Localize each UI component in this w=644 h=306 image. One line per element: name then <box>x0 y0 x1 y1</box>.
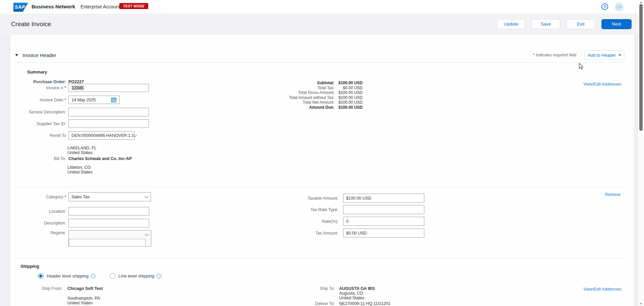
description-input[interactable] <box>68 219 149 227</box>
next-button[interactable]: Next <box>601 19 632 29</box>
total-row: Subtotal:$100.00 USD <box>225 81 363 86</box>
tax-category-value: Sales Tax <box>71 195 90 199</box>
bill-to-city: Littleton, CO <box>67 165 93 170</box>
invoice-date-label: Invoice Date:* <box>15 98 66 102</box>
service-description-label: Service Description: <box>15 110 66 114</box>
tax-rate-type-label: Tax Rate Type: <box>285 207 338 212</box>
line-level-shipping-radio[interactable] <box>110 273 115 279</box>
remit-to-address: LAKELAND, FL United States <box>67 146 97 155</box>
remit-to-value: GEN:0000004895:HANOVER:1:1 <box>71 133 134 138</box>
view-edit-addresses-link[interactable]: View/Edit Addresses <box>583 82 622 87</box>
bill-to-label: Bill To: <box>15 156 66 161</box>
purchase-order-label: Purchase Order: <box>15 80 66 84</box>
ship-from-address: Southampton, PA United States <box>67 296 100 305</box>
product-name[interactable]: Business Network <box>32 4 75 9</box>
tax-rate-type-input[interactable] <box>343 205 424 214</box>
ship-from-label: Ship From: <box>15 286 62 291</box>
required-asterisk: * <box>64 195 66 199</box>
scroll-down-icon[interactable]: ▼ <box>638 302 644 305</box>
header-level-shipping-label[interactable]: Header level shipping <box>47 273 89 278</box>
total-row: Amount Due:$100.00 USD <box>225 105 363 110</box>
line-level-shipping-label[interactable]: Line level shipping <box>118 273 154 278</box>
header-level-shipping-radio[interactable] <box>38 273 44 279</box>
sap-logo: SAP <box>13 3 28 12</box>
taxable-amount-text: $100.00 USD <box>346 196 371 201</box>
help-icon[interactable]: ? <box>601 3 608 10</box>
total-tax-label: Total Tax: <box>225 86 334 90</box>
remove-tax-link[interactable]: Remove <box>605 192 621 197</box>
total-gross-value: $100.00 USD <box>336 90 363 95</box>
ship-to-address: Augusta, CO United States <box>339 291 364 300</box>
avatar[interactable]: CR <box>615 3 624 11</box>
total-row: Total Tax:$0.00 USD <box>225 86 363 91</box>
total-without-tax-label: Total Amount without Tax: <box>225 95 334 100</box>
add-to-header-button[interactable]: Add to Header <box>584 50 625 60</box>
ship-to-name: AUGUSTA GA IBS <box>339 286 375 291</box>
remit-to-country: United States <box>67 151 97 155</box>
invoice-date-input[interactable]: 14 May 2025 <box>68 96 119 104</box>
info-icon[interactable]: i <box>91 274 96 278</box>
service-description-input[interactable] <box>68 108 149 116</box>
invoice-form-card: Invoice Header * Indicates required fiel… <box>10 35 634 306</box>
tax-amount-text: $0.00 USD <box>346 231 367 236</box>
test-mode-badge: TEST MODE <box>119 3 148 9</box>
tax-category-select[interactable]: Sales Tax <box>68 192 151 201</box>
ship-from-country: United States <box>67 301 100 306</box>
regime-filter-input[interactable] <box>69 239 146 247</box>
supplier-tax-id-label: Supplier Tax ID: <box>15 121 66 126</box>
invoice-number-input[interactable]: 12345 <box>68 84 149 92</box>
deliver-to-label: Deliver To: <box>285 301 335 306</box>
total-row: Total Amount without Tax:$100.00 USD <box>225 95 363 100</box>
bill-to-country: United States <box>67 170 93 175</box>
total-net-value: $100.00 USD <box>336 100 363 105</box>
ship-from-name: Chicago Soft Test <box>67 286 103 291</box>
total-row: Total Gross Amount:$100.00 USD <box>225 90 363 95</box>
shipping-title: Shipping <box>20 264 39 269</box>
required-note-text: Indicates required field <box>536 53 576 57</box>
chevron-down-icon[interactable] <box>70 6 72 8</box>
remit-to-city: LAKELAND, FL <box>67 146 97 151</box>
summary-title: Summary <box>27 69 47 74</box>
bill-to-address: Littleton, CO United States <box>67 165 93 174</box>
scrollbar-thumb[interactable] <box>639 4 643 131</box>
update-button[interactable]: Update <box>497 19 525 29</box>
divider <box>15 62 625 63</box>
calendar-icon[interactable] <box>111 97 116 102</box>
purchase-order-value: PO2227 <box>68 80 84 84</box>
info-icon[interactable]: i <box>157 274 161 278</box>
location-input[interactable] <box>68 207 149 216</box>
collapse-triangle-icon[interactable] <box>15 54 18 56</box>
invoice-date-text: 14 May 2025 <box>71 98 96 102</box>
chevron-down-icon <box>145 194 148 198</box>
total-gross-label: Total Gross Amount: <box>225 90 334 95</box>
rate-input[interactable]: 0 <box>343 217 424 226</box>
regime-select[interactable] <box>69 231 151 239</box>
remit-to-select[interactable]: GEN:0000004895:HANOVER:1:1 <box>68 131 135 140</box>
save-button[interactable]: Save <box>532 19 560 29</box>
regime-combo <box>68 230 151 247</box>
exit-button[interactable]: Exit <box>567 19 595 29</box>
ship-to-country: United States <box>339 296 364 301</box>
vertical-scrollbar[interactable]: ▲ ▼ <box>638 0 644 306</box>
total-net-label: Total Net Amount: <box>225 100 334 105</box>
supplier-tax-id-input[interactable] <box>68 119 149 128</box>
amount-due-value: $100.00 USD <box>336 105 363 110</box>
view-edit-addresses-link[interactable]: View/Edit Addresses <box>583 287 622 292</box>
page-title: Create Invoice <box>11 20 51 28</box>
total-row: Total Net Amount:$100.00 USD <box>225 100 363 105</box>
rate-text: 0 <box>346 219 348 224</box>
regime-label: Regime: <box>15 231 66 235</box>
chevron-down-icon <box>133 133 137 137</box>
remit-to-label: Remit To <box>15 133 66 138</box>
invoice-number-text: 12345 <box>71 86 84 90</box>
tax-amount-label: Tax Amount: <box>285 231 338 236</box>
chevron-down-icon <box>619 54 621 56</box>
scroll-up-icon[interactable]: ▲ <box>638 1 644 4</box>
ship-to-label: Ship To: <box>285 286 335 291</box>
required-asterisk: * <box>533 53 535 57</box>
tax-amount-input[interactable]: $0.00 USD <box>343 228 424 238</box>
ship-to-city: Augusta, CO <box>339 291 364 296</box>
taxable-amount-input[interactable]: $100.00 USD <box>343 194 424 203</box>
subtotal-label: Subtotal: <box>225 81 334 85</box>
total-without-tax-value: $100.00 USD <box>336 95 363 100</box>
